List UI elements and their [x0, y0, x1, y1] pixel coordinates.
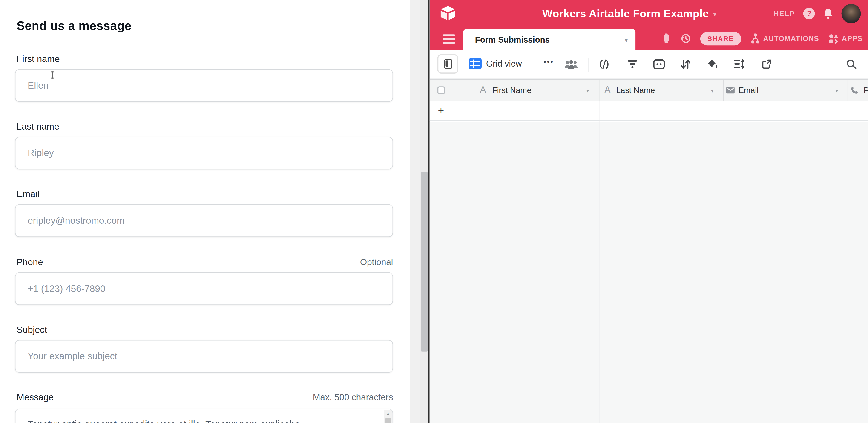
view-more-options-icon[interactable]: •••	[544, 58, 554, 66]
form-title: Send us a message	[17, 19, 131, 33]
column-header-last-name[interactable]: Last Name	[616, 86, 655, 95]
email-input[interactable]	[15, 204, 393, 237]
scroll-up-arrow-icon[interactable]: ▲	[384, 411, 392, 416]
row-height-icon[interactable]	[734, 59, 745, 68]
phone-field-type-icon	[851, 86, 859, 94]
column-header-first-name[interactable]: First Name	[492, 86, 531, 95]
tabbar-right-cluster: SHARE AUTOMATIONS	[661, 27, 863, 50]
subject-label: Subject	[17, 325, 47, 335]
share-button-label: SHARE	[707, 34, 734, 42]
first-name-label: First name	[17, 54, 60, 64]
filter-icon[interactable]	[628, 59, 637, 68]
hide-fields-icon[interactable]	[599, 59, 610, 69]
message-scrollbar-thumb[interactable]	[385, 418, 391, 423]
text-cursor-icon	[52, 71, 53, 79]
base-title-menu[interactable]: Workers Airtable Form Example ▾	[491, 0, 768, 27]
apps-button[interactable]: APPS	[829, 34, 863, 43]
color-icon[interactable]	[708, 59, 718, 69]
column-header-email[interactable]: Email	[739, 86, 758, 95]
subject-input[interactable]	[15, 340, 393, 372]
help-question-icon[interactable]: ?	[803, 8, 815, 20]
select-all-checkbox[interactable]	[437, 86, 445, 94]
base-title[interactable]: Workers Airtable Form Example	[542, 7, 709, 20]
column-caret-icon[interactable]: ▾	[835, 87, 838, 94]
automations-label: AUTOMATIONS	[763, 34, 819, 42]
user-avatar[interactable]	[841, 4, 861, 23]
history-icon[interactable]	[680, 33, 691, 44]
page-scrollbar-thumb[interactable]	[421, 172, 428, 352]
last-name-label: Last name	[17, 121, 59, 132]
share-button[interactable]: SHARE	[700, 32, 741, 45]
sidebar-panel-icon	[444, 58, 452, 69]
grid-empty-area	[430, 122, 868, 423]
sort-icon[interactable]	[681, 59, 690, 69]
message-text: Tenetur optio quaerat expedita vero et i…	[16, 409, 382, 423]
views-sidebar-toggle-button[interactable]	[437, 54, 458, 73]
help-button[interactable]: HELP	[773, 9, 795, 18]
share-view-icon[interactable]	[762, 59, 772, 69]
add-record-plus-icon[interactable]: +	[438, 101, 444, 120]
apps-label: APPS	[842, 34, 863, 42]
collaborators-icon[interactable]	[564, 59, 579, 69]
base-title-caret-icon[interactable]: ▾	[713, 9, 717, 18]
add-record-row[interactable]: +	[430, 101, 868, 121]
screen: Send us a message First name Last name E…	[0, 0, 868, 423]
airtable-panel: Workers Airtable Form Example ▾ HELP ? F…	[430, 0, 868, 423]
text-field-type-icon: A	[480, 85, 486, 95]
column-caret-icon[interactable]: ▾	[711, 87, 714, 94]
message-scrollbar[interactable]: ▲	[384, 410, 392, 423]
column-caret-icon[interactable]: ▾	[586, 87, 589, 94]
automations-icon	[750, 33, 760, 44]
frozen-column-divider	[599, 101, 600, 423]
message-label: Message	[17, 392, 54, 402]
grid-view-icon[interactable]	[469, 58, 482, 69]
view-toolbar: Grid view •••	[430, 50, 868, 80]
table-tab-label: Form Submissions	[475, 35, 550, 44]
first-name-input[interactable]	[15, 69, 393, 102]
trash-icon[interactable]	[661, 33, 671, 44]
group-icon[interactable]	[653, 59, 665, 69]
column-separator[interactable]	[723, 80, 723, 100]
message-max-hint: Max. 500 characters	[313, 393, 393, 402]
apps-icon	[829, 34, 838, 43]
phone-optional-hint: Optional	[360, 258, 393, 267]
table-header-row: A First Name ▾ A Last Name ▾ Email ▾	[430, 79, 868, 101]
last-name-input[interactable]	[15, 137, 393, 170]
column-separator[interactable]	[599, 80, 600, 100]
email-label: Email	[17, 189, 39, 199]
menu-hamburger-icon[interactable]	[443, 34, 455, 44]
search-icon[interactable]	[846, 59, 856, 69]
bell-icon[interactable]	[823, 8, 833, 19]
toolbar-divider	[588, 58, 588, 72]
tab-form-submissions[interactable]: Form Submissions ▾	[463, 29, 636, 50]
page-scrollbar	[410, 0, 428, 423]
column-header-phone[interactable]: Phone	[864, 86, 868, 95]
contact-form-panel: Send us a message First name Last name E…	[0, 0, 410, 423]
airtable-logo-icon[interactable]	[439, 5, 456, 21]
email-field-type-icon	[726, 87, 735, 94]
column-separator[interactable]	[847, 80, 848, 100]
automations-button[interactable]: AUTOMATIONS	[750, 33, 819, 44]
text-field-type-icon: A	[604, 85, 611, 95]
message-textarea[interactable]: Tenetur optio quaerat expedita vero et i…	[15, 409, 393, 423]
phone-input[interactable]	[15, 272, 393, 305]
tab-caret-icon[interactable]: ▾	[625, 35, 628, 44]
topbar-right-cluster: HELP ?	[773, 0, 861, 27]
phone-label: Phone	[17, 257, 43, 267]
view-name-button[interactable]: Grid view	[486, 59, 522, 68]
